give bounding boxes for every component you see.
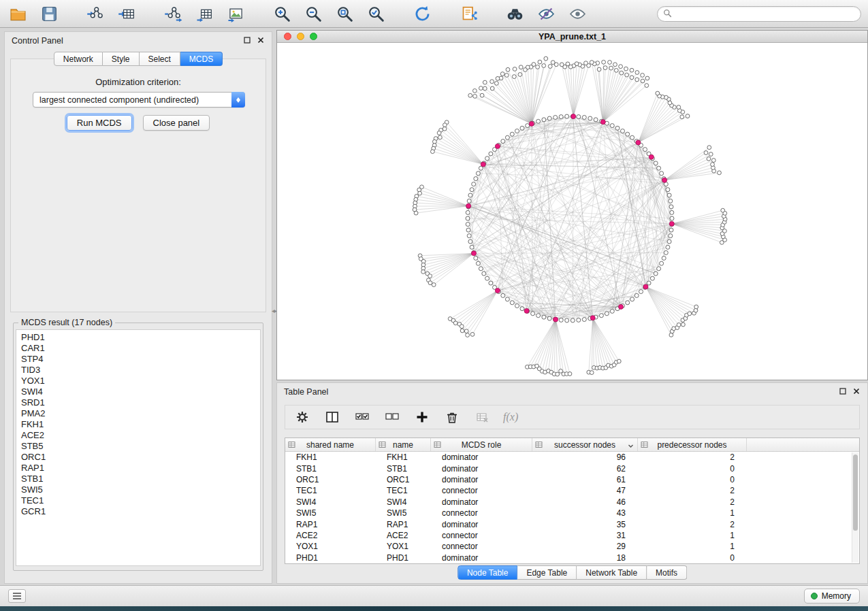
tab-network-table[interactable]: Network Table	[577, 565, 647, 580]
mcds-result-item[interactable]: FKH1	[21, 419, 255, 430]
table-cell: 96	[532, 452, 638, 462]
zoom-fit-icon[interactable]	[332, 3, 357, 24]
scrollbar-thumb[interactable]	[853, 455, 858, 531]
hide-column-icon[interactable]	[473, 408, 491, 426]
table-row[interactable]: STB1STB1dominator620	[285, 463, 859, 474]
import-table-icon[interactable]	[114, 3, 139, 24]
mcds-result-fieldset: MCDS result (17 nodes) PHD1CAR1STP4TID3Y…	[13, 318, 263, 571]
table-cell: RAP1	[376, 520, 431, 529]
float-table-panel-icon[interactable]	[839, 387, 847, 395]
import-network-icon[interactable]	[83, 3, 108, 24]
tab-edge-table[interactable]: Edge Table	[517, 565, 577, 580]
table-row[interactable]: ORC1ORC1dominator610	[285, 474, 859, 485]
tab-network[interactable]: Network	[54, 52, 103, 66]
mcds-result-item[interactable]: RAP1	[21, 463, 255, 474]
table-cell: FKH1	[285, 452, 376, 462]
table-row[interactable]: RAP1RAP1dominator352	[285, 518, 859, 529]
toolbar-icons	[5, 3, 590, 24]
panel-list-button[interactable]	[8, 589, 26, 603]
mcds-result-item[interactable]: GCR1	[21, 506, 255, 517]
mcds-result-item[interactable]: STP4	[21, 354, 255, 365]
network-view-title: YPA_prune.txt_1	[277, 32, 867, 42]
run-mcds-button[interactable]: Run MCDS	[67, 115, 132, 131]
table-cell: dominator	[431, 452, 532, 462]
save-session-icon[interactable]	[37, 3, 61, 24]
column-layout-icon[interactable]	[323, 408, 341, 426]
search-input[interactable]	[672, 10, 861, 19]
column-header-successor-nodes[interactable]: successor nodes	[532, 438, 638, 451]
sort-caret-icon[interactable]	[628, 442, 634, 451]
table-row[interactable]: ACE2ACE2connector311	[285, 530, 859, 541]
show-details-icon[interactable]	[565, 3, 590, 24]
function-builder-icon[interactable]: f(x)	[503, 411, 518, 423]
mcds-result-item[interactable]: SWI5	[21, 484, 255, 495]
memory-label: Memory	[822, 591, 851, 601]
network-titlebar[interactable]: YPA_prune.txt_1	[277, 31, 867, 43]
table-cell: 0	[638, 475, 747, 484]
mcds-result-item[interactable]: SRD1	[21, 397, 255, 408]
refresh-icon[interactable]	[410, 3, 434, 24]
table-cell: YOX1	[285, 542, 376, 551]
table-cell: dominator	[431, 464, 532, 474]
table-toolbar-icons	[293, 408, 491, 426]
mcds-result-item[interactable]: SWI4	[21, 386, 255, 397]
desktop-background	[0, 606, 868, 611]
tab-select[interactable]: Select	[140, 52, 180, 66]
zoom-out-icon[interactable]	[301, 3, 325, 24]
zoom-selected-icon[interactable]	[364, 3, 388, 24]
table-row[interactable]: YOX1YOX1connector291	[285, 541, 859, 552]
select-all-icon[interactable]	[353, 408, 371, 426]
column-header-MCDS-role[interactable]: MCDS role	[431, 438, 532, 451]
network-canvas[interactable]	[277, 43, 867, 380]
column-header-predecessor-nodes[interactable]: predecessor nodes	[638, 438, 747, 451]
close-panel-button[interactable]: Close panel	[143, 115, 210, 131]
tab-node-table[interactable]: Node Table	[457, 565, 518, 580]
mcds-result-item[interactable]: STB5	[21, 441, 255, 452]
table-cell: STB1	[285, 464, 376, 474]
table-row[interactable]: SWI4SWI4dominator462	[285, 497, 859, 508]
open-session-icon[interactable]	[5, 3, 30, 24]
export-network-icon[interactable]	[161, 3, 185, 24]
find-icon[interactable]	[502, 3, 527, 24]
memory-button[interactable]: Memory	[804, 589, 860, 604]
table-cell: ORC1	[376, 475, 431, 484]
table-cell: FKH1	[376, 452, 431, 462]
table-scrollbar[interactable]	[852, 452, 858, 563]
table-row[interactable]: FKH1FKH1dominator962	[285, 452, 859, 463]
table-cell: YOX1	[376, 542, 431, 551]
mcds-result-item[interactable]: TEC1	[21, 495, 255, 506]
mcds-result-item[interactable]: STB1	[21, 474, 255, 484]
optimization-criterion-select[interactable]: largest connected component (undirected)	[33, 92, 245, 108]
hide-details-icon[interactable]	[534, 3, 558, 24]
table-row[interactable]: TEC1TEC1connector472	[285, 485, 859, 496]
float-panel-icon[interactable]	[243, 36, 251, 44]
tab-motifs[interactable]: Motifs	[647, 565, 687, 580]
mcds-result-item[interactable]: ACE2	[21, 430, 255, 441]
mcds-result-item[interactable]: TID3	[21, 365, 255, 376]
table-row[interactable]: PHD1PHD1dominator180	[285, 552, 859, 563]
delete-row-icon[interactable]	[443, 408, 461, 426]
mcds-result-item[interactable]: PHD1	[21, 332, 255, 343]
mcds-result-item[interactable]: PMA2	[21, 408, 255, 419]
tab-style[interactable]: Style	[103, 52, 140, 66]
table-settings-icon[interactable]	[293, 408, 311, 426]
deselect-all-icon[interactable]	[383, 408, 401, 426]
search-field[interactable]	[657, 6, 861, 22]
table-cell: TEC1	[285, 486, 376, 495]
mcds-result-item[interactable]: YOX1	[21, 376, 255, 386]
tab-mcds[interactable]: MCDS	[180, 52, 223, 66]
zoom-in-icon[interactable]	[270, 3, 294, 24]
add-row-icon[interactable]	[413, 408, 431, 426]
table-cell: dominator	[431, 553, 532, 563]
mcds-result-item[interactable]: ORC1	[21, 452, 255, 463]
close-panel-icon[interactable]	[257, 36, 265, 44]
column-header-shared-name[interactable]: shared name	[285, 438, 376, 451]
mcds-result-item[interactable]: CAR1	[21, 343, 255, 354]
table-cell: ACE2	[285, 531, 376, 540]
clone-network-icon[interactable]	[456, 3, 481, 24]
table-row[interactable]: SWI5SWI5connector431	[285, 508, 859, 518]
export-table-icon[interactable]	[192, 3, 216, 24]
column-header-name[interactable]: name	[376, 438, 431, 451]
close-table-panel-icon[interactable]	[852, 387, 861, 395]
export-image-icon[interactable]	[223, 3, 248, 24]
